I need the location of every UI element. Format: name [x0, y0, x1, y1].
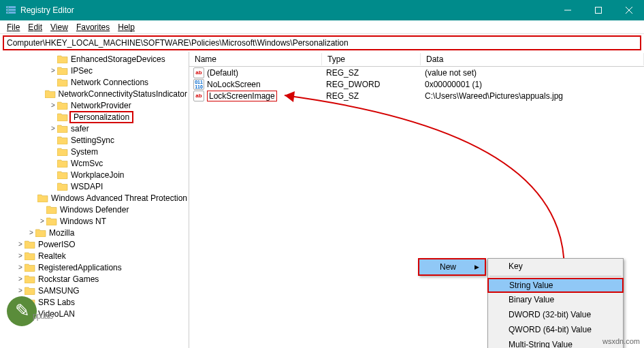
folder-icon [57, 112, 68, 122]
folder-icon [57, 66, 68, 76]
tree-item[interactable]: >Windows NT [0, 215, 189, 227]
tree-item-label: Realtek [37, 251, 67, 261]
menu-file[interactable]: File [3, 21, 24, 33]
expander-icon[interactable]: > [16, 252, 25, 259]
context-item-label: String Value [509, 281, 553, 290]
tree-item[interactable]: System [0, 146, 189, 157]
context-item[interactable]: Key [488, 259, 623, 274]
tree-item-label: Personalization [69, 111, 133, 123]
folder-icon [46, 205, 57, 215]
tree-item[interactable]: >Mozilla [0, 227, 189, 238]
col-name[interactable]: Name [189, 53, 322, 65]
svg-rect-7 [595, 7, 601, 14]
value-type: REG_DWORD [322, 80, 421, 89]
value-row[interactable]: 011110NoLockScreenREG_DWORD0x00000001 (1… [189, 78, 644, 90]
tree-item-label: System [69, 147, 99, 157]
tree-item-label: Windows Advanced Threat Protection [50, 193, 189, 203]
context-item-label: Multi-String Value [509, 340, 573, 348]
folder-icon [25, 263, 35, 272]
context-item-label: DWORD (32-bit) Value [509, 310, 591, 319]
tree-item-label: NetworkConnectivityStatusIndicator [57, 89, 189, 99]
context-item-label: Key [509, 262, 523, 271]
tree-item-label: WcmSvc [69, 159, 104, 168]
col-data[interactable]: Data [421, 53, 644, 65]
folder-icon [25, 274, 35, 284]
tree-item[interactable]: >RegisteredApplications [0, 262, 189, 273]
folder-icon [57, 78, 68, 87]
context-item-label: QWORD (64-bit) Value [509, 325, 592, 334]
menu-help[interactable]: Help [114, 21, 139, 33]
tree-item[interactable]: >PowerISO [0, 238, 189, 250]
tree-item-label: WSDAPI [69, 182, 104, 191]
expander-icon[interactable]: > [38, 217, 46, 225]
folder-icon [25, 251, 35, 261]
expander-icon[interactable]: > [16, 240, 25, 248]
expander-icon[interactable]: > [49, 125, 57, 132]
folder-icon [37, 193, 48, 203]
context-item[interactable]: Binary Value [488, 292, 623, 307]
expander-icon[interactable]: > [16, 264, 25, 271]
tree-item-label: safer [69, 124, 91, 133]
value-name-edit[interactable]: LockScreenImage [207, 91, 277, 101]
menu-favorites[interactable]: Favorites [72, 21, 114, 33]
list-pane[interactable]: Name Type Data ab(Default)REG_SZ(value n… [189, 52, 644, 348]
tree-item-label: NetworkProvider [69, 101, 133, 110]
context-submenu-new: KeyString ValueBinary ValueDWORD (32-bit… [487, 258, 624, 348]
expander-icon[interactable]: > [27, 229, 35, 236]
folder-icon [45, 89, 56, 99]
tree-item-label: IPSec [69, 66, 94, 76]
tree-item[interactable]: >Rockstar Games [0, 273, 189, 285]
context-item[interactable]: String Value [487, 278, 624, 293]
tree-item-label: Windows Defender [59, 205, 130, 215]
close-button[interactable] [613, 0, 644, 20]
folder-icon [57, 147, 68, 157]
value-type: REG_SZ [322, 91, 421, 101]
address-text: Computer\HKEY_LOCAL_MACHINE\SOFTWARE\Pol… [7, 38, 349, 48]
tree-item-label: EnhancedStorageDevices [69, 54, 167, 64]
context-item-new[interactable]: New ▶ [419, 259, 485, 274]
tree-item[interactable]: Personalization [0, 111, 189, 123]
folder-icon [57, 54, 68, 64]
tree-item[interactable]: SettingSync [0, 134, 189, 146]
tree-item[interactable]: WSDAPI [0, 180, 189, 192]
value-row[interactable]: abLockScreenImageREG_SZC:\Users\Wareed\P… [189, 90, 644, 101]
context-item[interactable]: QWORD (64-bit) Value [488, 322, 623, 337]
tree-item-label: Rockstar Games [37, 274, 100, 284]
col-type[interactable]: Type [322, 53, 421, 65]
tree-item[interactable]: >Realtek [0, 250, 189, 262]
maximize-button[interactable] [583, 0, 613, 20]
folder-icon [57, 182, 68, 191]
context-menu-new: New ▶ [418, 258, 486, 276]
titlebar: Registry Editor [0, 0, 644, 20]
folder-icon [25, 240, 35, 249]
expander-icon[interactable]: > [49, 101, 57, 109]
address-bar[interactable]: Computer\HKEY_LOCAL_MACHINE\SOFTWARE\Pol… [3, 35, 641, 50]
tree-item[interactable]: Network Connections [0, 76, 189, 88]
tree-item[interactable]: EnhancedStorageDevices [0, 53, 189, 65]
folder-icon [57, 101, 68, 110]
value-row[interactable]: ab(Default)REG_SZ(value not set) [189, 67, 644, 78]
context-item[interactable]: DWORD (32-bit) Value [488, 307, 623, 322]
submenu-arrow-icon: ▶ [474, 264, 479, 270]
tree-item-label: Network Connections [69, 78, 150, 87]
tree-item[interactable]: Windows Advanced Threat Protection [0, 192, 189, 204]
menubar: File Edit View Favorites Help [0, 20, 644, 34]
tree-item[interactable]: >NetworkProvider [0, 99, 189, 111]
tree-item[interactable]: WcmSvc [0, 157, 189, 169]
expander-icon[interactable]: > [49, 67, 57, 74]
tree-item[interactable]: >IPSec [0, 65, 189, 76]
tree-item[interactable]: WorkplaceJoin [0, 169, 189, 180]
tree-item[interactable]: Windows Defender [0, 204, 189, 215]
tree-item[interactable]: NetworkConnectivityStatusIndicator [0, 88, 189, 99]
tree-item-label: SettingSync [69, 136, 116, 145]
menu-edit[interactable]: Edit [24, 21, 46, 33]
minimize-button[interactable] [552, 0, 583, 20]
tree-item[interactable]: >safer [0, 123, 189, 134]
value-data: 0x00000001 (1) [421, 80, 644, 89]
context-separator [489, 276, 622, 276]
menu-view[interactable]: View [46, 21, 72, 33]
value-data: (value not set) [421, 68, 644, 78]
tree-item-label: Mozilla [48, 228, 76, 238]
svg-rect-4 [7, 10, 9, 10]
expander-icon[interactable]: > [16, 275, 25, 283]
